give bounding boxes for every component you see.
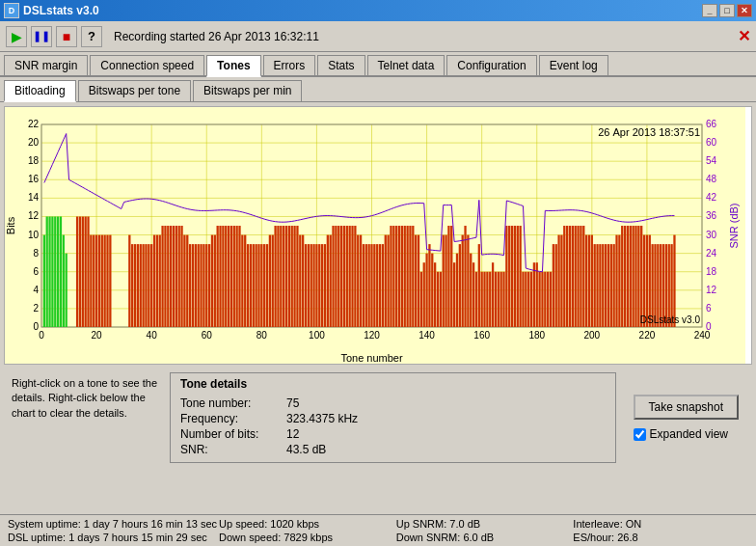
stop-button[interactable]: ■ — [56, 26, 77, 47]
maximize-button[interactable]: □ — [719, 4, 735, 17]
tab-event-log[interactable]: Event log — [539, 55, 608, 75]
status-up-speed: Up speed: 1020 kbps — [219, 518, 394, 530]
close-button[interactable]: ✕ — [737, 4, 752, 17]
num-bits-value: 12 — [286, 427, 299, 441]
tone-number-value: 75 — [286, 396, 299, 410]
frequency-label: Frequency: — [180, 412, 286, 425]
pause-button[interactable]: ❚❚ — [31, 26, 52, 47]
title-bar: D DSLstats v3.0 _ □ ✕ — [0, 0, 756, 21]
tab-errors[interactable]: Errors — [263, 55, 316, 75]
frequency-value: 323.4375 kHz — [286, 412, 358, 425]
subtab-bitswaps-per-min[interactable]: Bitswaps per min — [193, 80, 302, 101]
tab-snr-margin[interactable]: SNR margin — [4, 55, 88, 75]
tab-connection-speed[interactable]: Connection speed — [90, 55, 204, 75]
app-icon: D — [4, 3, 19, 18]
status-up-snrm: Up SNRM: 7.0 dB — [396, 518, 572, 530]
minimize-button[interactable]: _ — [702, 4, 717, 17]
snr-label: SNR: — [180, 443, 286, 456]
snr-value: 43.5 dB — [286, 443, 326, 456]
help-text: Right-click on a tone to see the details… — [8, 372, 162, 463]
tone-details-box: Tone details Tone number: 75 Frequency: … — [170, 372, 616, 463]
status-system-uptime: System uptime: 1 day 7 hours 16 min 13 s… — [8, 518, 217, 530]
bitloading-chart[interactable] — [5, 107, 745, 365]
expanded-view-checkbox[interactable] — [634, 428, 646, 441]
tone-number-row: Tone number: 75 — [180, 396, 606, 410]
expanded-view-label: Expanded view — [650, 427, 728, 441]
chart-area — [4, 106, 752, 365]
toolbar: ▶ ❚❚ ■ ? Recording started 26 Apr 2013 1… — [0, 21, 756, 52]
play-button[interactable]: ▶ — [6, 26, 27, 47]
status-bar: System uptime: 1 day 7 hours 16 min 13 s… — [0, 514, 756, 546]
close-icon[interactable]: ✕ — [738, 27, 750, 45]
status-dsl-uptime: DSL uptime: 1 days 7 hours 15 min 29 sec — [8, 532, 217, 543]
subtab-bitswaps-per-tone[interactable]: Bitswaps per tone — [78, 80, 191, 101]
info-section: Right-click on a tone to see the details… — [0, 369, 756, 467]
snapshot-button[interactable]: Take snapshot — [634, 395, 739, 420]
status-interleave: Interleave: ON — [573, 518, 748, 530]
status-down-speed: Down speed: 7829 kbps — [219, 532, 394, 543]
expanded-view-row: Expanded view — [634, 427, 728, 441]
main-tabs: SNR margin Connection speed Tones Errors… — [0, 52, 756, 77]
recording-text: Recording started 26 Apr 2013 16:32:11 — [114, 30, 319, 43]
num-bits-label: Number of bits: — [180, 427, 286, 441]
sub-tabs: Bitloading Bitswaps per tone Bitswaps pe… — [0, 77, 756, 102]
tab-tones[interactable]: Tones — [206, 55, 260, 77]
status-down-snrm: Down SNRM: 6.0 dB — [396, 532, 572, 543]
tab-telnet-data[interactable]: Telnet data — [367, 55, 446, 75]
num-bits-row: Number of bits: 12 — [180, 427, 606, 441]
tab-configuration[interactable]: Configuration — [446, 55, 536, 75]
tone-details-title: Tone details — [180, 377, 606, 391]
status-es-hour: ES/hour: 26.8 — [573, 532, 748, 543]
tone-number-label: Tone number: — [180, 396, 286, 410]
snr-row: SNR: 43.5 dB — [180, 443, 606, 456]
snapshot-area: Take snapshot Expanded view — [624, 372, 748, 463]
subtab-bitloading[interactable]: Bitloading — [4, 80, 76, 102]
tab-stats[interactable]: Stats — [317, 55, 364, 75]
frequency-row: Frequency: 323.4375 kHz — [180, 412, 606, 425]
help-button[interactable]: ? — [81, 26, 102, 47]
title-bar-text: DSLstats v3.0 — [23, 4, 700, 17]
